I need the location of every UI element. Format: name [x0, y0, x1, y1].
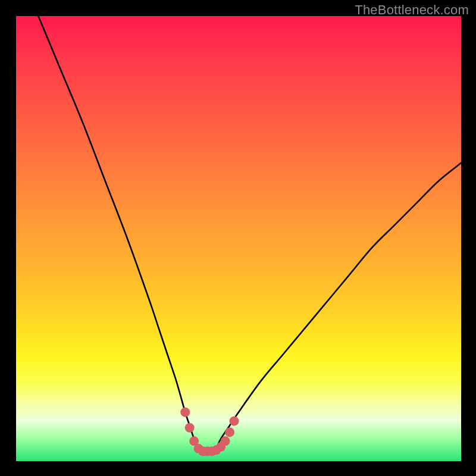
dot [230, 416, 239, 426]
plot-overlay [16, 16, 461, 461]
bottleneck-curve [38, 16, 461, 453]
watermark-text: TheBottleneck.com [355, 2, 469, 18]
dot [225, 427, 234, 437]
dot [180, 408, 190, 417]
flat-region-dots [180, 408, 239, 456]
dot [221, 436, 230, 446]
dot [185, 423, 195, 433]
chart-stage: TheBottleneck.com [0, 0, 476, 476]
